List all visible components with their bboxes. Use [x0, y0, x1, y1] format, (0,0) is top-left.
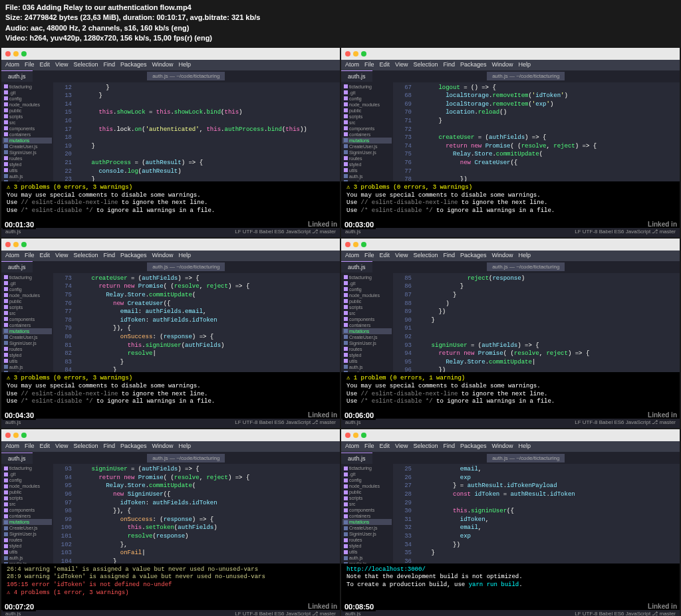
tree-item[interactable]: SigninUser.js — [342, 340, 392, 346]
tree-item[interactable]: components — [342, 316, 392, 322]
tree-item[interactable]: auth.js — [3, 364, 52, 370]
close-icon[interactable] — [345, 433, 350, 438]
tree-item[interactable]: scripts — [3, 495, 52, 501]
terminal-output[interactable]: ⚠ 3 problems (0 errors, 3 warnings)You m… — [1, 372, 340, 419]
tree-item[interactable]: scripts — [3, 304, 52, 310]
tree-item[interactable]: containers — [3, 322, 52, 328]
menu-item[interactable]: Find — [443, 252, 455, 260]
menu-item[interactable]: Edit — [40, 443, 51, 451]
maximize-icon[interactable] — [361, 433, 366, 438]
menu-item[interactable]: Selection — [413, 252, 438, 260]
tree-item[interactable]: tictacturing — [342, 84, 392, 90]
menu-item[interactable]: View — [55, 61, 68, 69]
tree-item[interactable]: utils — [3, 549, 52, 555]
tree-item[interactable]: node_modules — [3, 483, 52, 489]
code-editor[interactable]: 67 logout = () => {68 localStorage.remov… — [393, 82, 680, 181]
terminal-output[interactable]: ⚠ 3 problems (0 errors, 3 warnings)You m… — [1, 181, 340, 228]
menu-item[interactable]: Edit — [40, 252, 51, 260]
code-editor[interactable]: 73 createUser = (authFields) => {74 retu… — [53, 273, 340, 372]
tree-item[interactable]: SigninUser.js — [3, 150, 52, 155]
close-icon[interactable] — [5, 51, 11, 56]
menu-item[interactable]: Window — [491, 252, 513, 260]
tree-item[interactable]: styled — [342, 161, 392, 167]
tree-item[interactable]: tictacturing — [342, 465, 392, 471]
tree-item[interactable]: routes — [3, 155, 52, 161]
tree-item[interactable]: config — [342, 286, 392, 292]
code-editor[interactable]: 93 signinUser = (authFields) => {94 retu… — [53, 464, 340, 563]
tree-item[interactable]: components — [342, 507, 392, 513]
tree-item[interactable]: components — [3, 316, 52, 322]
tree-item[interactable]: utils — [3, 167, 52, 173]
tree-item[interactable]: CreateUser.js — [3, 334, 52, 340]
minimize-icon[interactable] — [353, 242, 358, 247]
menu-item[interactable]: File — [25, 252, 35, 260]
tree-item[interactable]: styled — [3, 161, 52, 167]
tree-item[interactable]: containers — [342, 132, 392, 138]
file-tab[interactable]: auth.js — [1, 453, 33, 464]
tree-item[interactable]: public — [3, 298, 52, 304]
tree-item[interactable]: containers — [342, 322, 392, 328]
menu-item[interactable]: Help — [179, 252, 192, 260]
menu-item[interactable]: Packages — [460, 252, 487, 260]
file-tree[interactable]: tictacturing.gitconfignode_modulespublic… — [341, 464, 393, 563]
tree-item[interactable]: CreateUser.js — [3, 144, 52, 150]
code-editor[interactable]: 25 email,26 exp27 } = authResult.idToken… — [393, 464, 680, 563]
tree-item[interactable]: node_modules — [342, 483, 392, 489]
tree-item[interactable]: node_modules — [342, 292, 392, 298]
tree-item[interactable]: tictacturing — [3, 84, 52, 90]
tree-item[interactable]: SigninUser.js — [342, 531, 392, 537]
tree-item[interactable]: tictacturing — [342, 274, 392, 280]
tree-item[interactable]: styled — [3, 543, 52, 549]
tree-item[interactable]: .git — [342, 280, 392, 286]
menu-item[interactable]: Help — [519, 252, 531, 260]
tree-item[interactable]: scripts — [3, 114, 52, 120]
menu-item[interactable]: Selection — [73, 252, 98, 260]
code-editor[interactable]: 85 reject(response)86 }87 }88 )89 })90 }… — [393, 273, 680, 372]
maximize-icon[interactable] — [21, 51, 27, 56]
tree-item[interactable]: .git — [3, 280, 52, 286]
menu-item[interactable]: View — [55, 252, 68, 260]
terminal-output[interactable]: 26:4 warning 'email' is assigned a value… — [1, 564, 340, 610]
menu-item[interactable]: Edit — [40, 61, 51, 69]
tree-item[interactable]: scripts — [342, 495, 392, 501]
tree-item[interactable]: config — [3, 477, 52, 483]
menu-item[interactable]: Atom — [345, 443, 359, 451]
tree-item[interactable]: node_modules — [342, 102, 392, 108]
tree-item[interactable]: public — [3, 489, 52, 495]
minimize-icon[interactable] — [13, 51, 19, 56]
tree-item[interactable]: node_modules — [3, 292, 52, 298]
file-tab[interactable]: auth.js — [341, 453, 372, 464]
tree-item[interactable]: auth.js — [342, 173, 392, 179]
menu-item[interactable]: Window — [152, 443, 173, 451]
tree-item[interactable]: CreateUser.js — [342, 525, 392, 531]
menu-item[interactable]: Atom — [5, 61, 19, 69]
menu-item[interactable]: Selection — [73, 443, 98, 451]
menu-item[interactable]: View — [55, 443, 68, 451]
close-icon[interactable] — [5, 242, 11, 247]
tree-item[interactable]: public — [3, 108, 52, 114]
maximize-icon[interactable] — [21, 242, 27, 247]
tree-item[interactable]: styled — [342, 543, 392, 549]
file-tree[interactable]: tictacturing.gitconfignode_modulespublic… — [341, 273, 393, 372]
tree-item[interactable]: config — [3, 286, 52, 292]
tree-item[interactable]: scripts — [342, 114, 392, 120]
menu-item[interactable]: Edit — [380, 443, 390, 451]
close-icon[interactable] — [5, 433, 11, 438]
tree-item[interactable]: CreateUser.js — [342, 334, 392, 340]
menu-item[interactable]: Find — [443, 443, 455, 451]
file-tree[interactable]: tictacturing.gitconfignode_modulespublic… — [1, 82, 53, 181]
menu-item[interactable]: Window — [152, 61, 173, 69]
maximize-icon[interactable] — [361, 51, 366, 56]
close-icon[interactable] — [345, 51, 350, 56]
terminal-output[interactable]: ⚠ 3 problems (0 errors, 3 warnings)You m… — [341, 181, 680, 228]
tree-item[interactable]: .git — [342, 90, 392, 96]
file-tab[interactable]: auth.js — [341, 261, 372, 272]
tree-item[interactable]: mutations — [3, 328, 52, 334]
maximize-icon[interactable] — [21, 433, 27, 438]
menu-item[interactable]: Find — [103, 252, 115, 260]
tree-item[interactable]: routes — [3, 537, 52, 543]
tree-item[interactable]: auth.js — [342, 364, 392, 370]
tree-item[interactable]: routes — [342, 346, 392, 352]
tree-item[interactable]: .git — [342, 471, 392, 477]
menu-item[interactable]: Help — [179, 61, 192, 69]
